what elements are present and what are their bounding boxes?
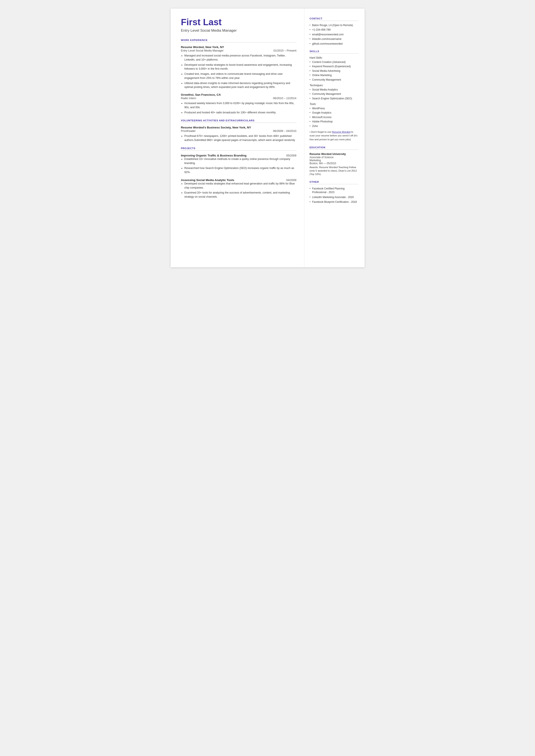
skill-item: Microsoft Access xyxy=(310,116,358,119)
edu-location: Boston, MA — 05/2010 xyxy=(310,162,358,165)
project-bullets-1: Established 10+ innovative methods to cr… xyxy=(181,157,296,174)
scan-note: • Don't forget to use Resume Worded to s… xyxy=(310,130,358,141)
bullet: Developed social media strategies to boo… xyxy=(184,63,296,71)
contact-item: +1-234-456-789 xyxy=(310,28,358,32)
skill-item: WordPress xyxy=(310,107,358,110)
volunteer-role-1: Proofreader xyxy=(181,129,196,132)
job-role-row-2: Radio Intern 06/2010 – 12/2014 xyxy=(181,96,296,101)
volunteering-label: VOLUNTEERING ACTIVITIES AND EXTRACURRICU… xyxy=(181,119,296,122)
contact-item: linkedin.com/in/username xyxy=(310,37,358,41)
other-item: LinkedIn Marketing Associate - 2020 xyxy=(310,195,358,199)
contact-item: Baton Rouge, LA (Open to Remote) xyxy=(310,23,358,27)
volunteer-company-1: Resume Worded's Business Society, New Yo… xyxy=(181,126,296,129)
project-block-1: Improving Organic Traffic & Business Bra… xyxy=(181,154,296,174)
skill-item: Online Marketing xyxy=(310,73,358,77)
skill-item: Google Analytics xyxy=(310,111,358,115)
skills-section: SKILLS Hard Skills: Content Creation (Ad… xyxy=(310,50,358,141)
job-header-1: Resume Worded, New York, NY xyxy=(181,45,296,49)
hard-skills-label: Hard Skills: xyxy=(310,56,358,59)
tools-label: Tools: xyxy=(310,102,358,106)
volunteering-section: VOLUNTEERING ACTIVITIES AND EXTRACURRICU… xyxy=(181,119,296,142)
edu-block: Resume Worded University Associate of Sc… xyxy=(310,153,358,176)
volunteer-role-row-1: Proofreader 06/2009 – 04/2010 xyxy=(181,129,296,134)
skill-item: Community Management xyxy=(310,78,358,82)
contact-item: github.com/resumeworded xyxy=(310,42,358,46)
job-company-1: Resume Worded, New York, NY xyxy=(181,45,224,49)
other-section: OTHER Facebook Certified Planning Profes… xyxy=(310,181,358,204)
skills-label: SKILLS xyxy=(310,50,358,53)
contact-item: email@resumeworded.com xyxy=(310,33,358,37)
education-divider xyxy=(310,150,358,150)
resume-worded-link[interactable]: Resume Worded xyxy=(332,130,351,133)
main-title: Entry Level Social Media Manager xyxy=(181,28,296,33)
skill-item: Zoho xyxy=(310,124,358,128)
job-date-1: 01/2015 – Present xyxy=(273,49,296,52)
bullet: Researched how Search Engine Optimizatio… xyxy=(184,166,296,174)
skill-item: Social Media Analytics xyxy=(310,88,358,92)
bullet: Increased weekly listeners from 3,000 to… xyxy=(184,101,296,109)
project-bullets-2: Developed social media strategies that e… xyxy=(181,182,296,199)
bullet: Proofread 670+ newspapers, 1200+ printed… xyxy=(184,134,296,142)
projects-label: PROJECTS xyxy=(181,147,296,150)
education-label: EDUCATION xyxy=(310,146,358,149)
projects-section: PROJECTS Improving Organic Traffic & Bus… xyxy=(181,147,296,199)
skill-item: Content Creation (Advanced) xyxy=(310,60,358,64)
right-column: CONTACT Baton Rouge, LA (Open to Remote)… xyxy=(304,9,365,267)
resume-container: First Last Entry Level Social Media Mana… xyxy=(171,9,365,267)
techniques-list: Social Media Analytics Community Managem… xyxy=(310,88,358,100)
other-item: Facebook Certified Planning Professional… xyxy=(310,187,358,194)
other-label: OTHER xyxy=(310,181,358,183)
job-block-2: Growthsi, San Francisco, CA Radio Intern… xyxy=(181,93,296,114)
tools-list: WordPress Google Analytics Microsoft Acc… xyxy=(310,107,358,128)
skill-item: Search Engine Optimization (SEO) xyxy=(310,97,358,100)
bullet: Created text, images, and videos to comm… xyxy=(184,72,296,80)
skill-item: Keyword Research (Experienced) xyxy=(310,65,358,68)
edu-degree: Associate of Science xyxy=(310,156,358,159)
bullet: Developed social media strategies that e… xyxy=(184,182,296,190)
job-role-row-1: Entry Level Social Media Manager 01/2015… xyxy=(181,49,296,54)
skills-divider xyxy=(310,53,358,54)
project-date-2: 04/2009 xyxy=(286,178,296,182)
other-list: Facebook Certified Planning Professional… xyxy=(310,187,358,204)
techniques-label: Techniques: xyxy=(310,84,358,87)
job-date-2: 06/2010 – 12/2014 xyxy=(273,96,296,100)
work-experience-label: WORK EXPERIENCE xyxy=(181,39,296,42)
job-block-1: Resume Worded, New York, NY Entry Level … xyxy=(181,45,296,89)
volunteering-divider xyxy=(181,123,296,123)
skill-item: Community Management xyxy=(310,92,358,96)
project-header-1: Improving Organic Traffic & Business Bra… xyxy=(181,154,296,157)
job-role-1: Entry Level Social Media Manager xyxy=(181,49,224,52)
bullet: Examined 20+ tools for analyzing the suc… xyxy=(184,191,296,199)
project-title-2: Assessing Social Media Analytic Tools xyxy=(181,179,235,182)
bullet: Established 10+ innovative methods to cr… xyxy=(184,157,296,165)
edu-awards: Awards: Resume Worded Teaching Fellow (o… xyxy=(310,165,358,176)
work-divider xyxy=(181,42,296,42)
other-item: Facebook Blueprint Certification - 2018 xyxy=(310,200,358,204)
job-bullets-1: Managed and increased social media prese… xyxy=(181,54,296,89)
contact-label: CONTACT xyxy=(310,17,358,20)
bullet: Produced and hosted 40+ radio broadcasts… xyxy=(184,111,296,115)
project-header-2: Assessing Social Media Analytic Tools 04… xyxy=(181,178,296,182)
hard-skills-list: Content Creation (Advanced) Keyword Rese… xyxy=(310,60,358,82)
volunteer-block-1: Resume Worded's Business Society, New Yo… xyxy=(181,126,296,142)
skill-item: Social Media Advertising xyxy=(310,69,358,73)
skill-item: Adobe Photoshop xyxy=(310,120,358,124)
project-block-2: Assessing Social Media Analytic Tools 04… xyxy=(181,178,296,199)
contact-section: CONTACT Baton Rouge, LA (Open to Remote)… xyxy=(310,17,358,46)
project-date-1: 05/2009 xyxy=(286,154,296,157)
edu-school: Resume Worded University xyxy=(310,153,358,155)
work-experience-section: WORK EXPERIENCE Resume Worded, New York,… xyxy=(181,39,296,114)
job-company-2: Growthsi, San Francisco, CA xyxy=(181,93,296,96)
job-bullets-2: Increased weekly listeners from 3,000 to… xyxy=(181,101,296,114)
contact-list: Baton Rouge, LA (Open to Remote) +1-234-… xyxy=(310,23,358,46)
project-title-1: Improving Organic Traffic & Business Bra… xyxy=(181,154,247,157)
left-column: First Last Entry Level Social Media Mana… xyxy=(171,9,304,267)
bullet: Managed and increased social media prese… xyxy=(184,54,296,62)
edu-field: Marketing xyxy=(310,159,358,162)
volunteer-date-1: 06/2009 – 04/2010 xyxy=(273,129,296,132)
job-role-2: Radio Intern xyxy=(181,97,196,100)
volunteer-bullets-1: Proofread 670+ newspapers, 1200+ printed… xyxy=(181,134,296,142)
education-section: EDUCATION Resume Worded University Assoc… xyxy=(310,146,358,176)
bullet: Utilized data-driven insights to make in… xyxy=(184,81,296,90)
name: First Last xyxy=(181,17,296,27)
